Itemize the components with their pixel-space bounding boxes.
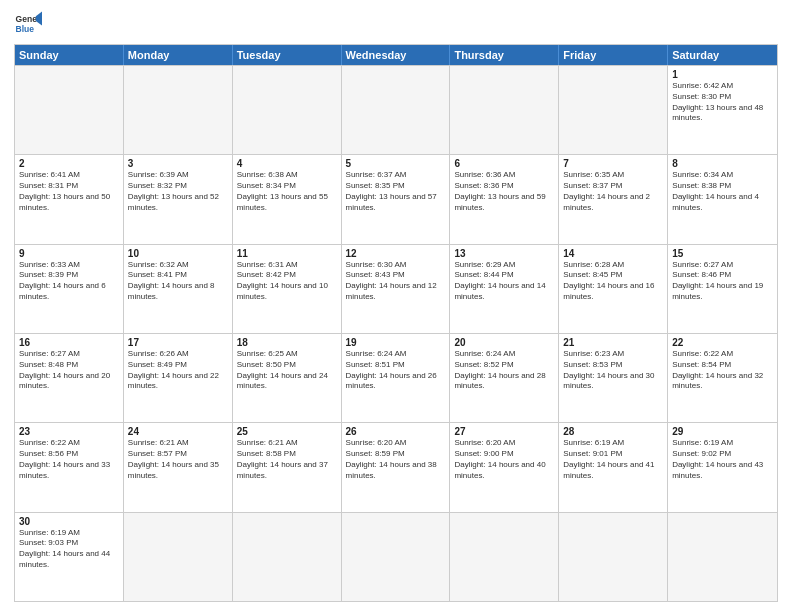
cal-week-0: 1Sunrise: 6:42 AM Sunset: 8:30 PM Daylig…	[15, 65, 777, 154]
cell-text: Sunrise: 6:20 AM Sunset: 9:00 PM Dayligh…	[454, 438, 554, 481]
cal-cell: 5Sunrise: 6:37 AM Sunset: 8:35 PM Daylig…	[342, 155, 451, 243]
day-number: 13	[454, 248, 554, 259]
cal-cell: 4Sunrise: 6:38 AM Sunset: 8:34 PM Daylig…	[233, 155, 342, 243]
day-number: 1	[672, 69, 773, 80]
day-number: 15	[672, 248, 773, 259]
day-header-tuesday: Tuesday	[233, 45, 342, 65]
day-number: 29	[672, 426, 773, 437]
day-number: 20	[454, 337, 554, 348]
day-number: 11	[237, 248, 337, 259]
cal-cell: 6Sunrise: 6:36 AM Sunset: 8:36 PM Daylig…	[450, 155, 559, 243]
day-number: 12	[346, 248, 446, 259]
day-number: 18	[237, 337, 337, 348]
day-number: 17	[128, 337, 228, 348]
day-number: 21	[563, 337, 663, 348]
cal-week-5: 30Sunrise: 6:19 AM Sunset: 9:03 PM Dayli…	[15, 512, 777, 601]
cal-cell: 18Sunrise: 6:25 AM Sunset: 8:50 PM Dayli…	[233, 334, 342, 422]
cal-cell: 15Sunrise: 6:27 AM Sunset: 8:46 PM Dayli…	[668, 245, 777, 333]
cal-cell: 30Sunrise: 6:19 AM Sunset: 9:03 PM Dayli…	[15, 513, 124, 601]
logo: General Blue	[14, 10, 42, 38]
cell-text: Sunrise: 6:37 AM Sunset: 8:35 PM Dayligh…	[346, 170, 446, 213]
cell-text: Sunrise: 6:42 AM Sunset: 8:30 PM Dayligh…	[672, 81, 773, 124]
cal-cell: 11Sunrise: 6:31 AM Sunset: 8:42 PM Dayli…	[233, 245, 342, 333]
day-number: 8	[672, 158, 773, 169]
cal-cell: 7Sunrise: 6:35 AM Sunset: 8:37 PM Daylig…	[559, 155, 668, 243]
day-header-thursday: Thursday	[450, 45, 559, 65]
cal-cell: 10Sunrise: 6:32 AM Sunset: 8:41 PM Dayli…	[124, 245, 233, 333]
day-number: 24	[128, 426, 228, 437]
cal-cell: 1Sunrise: 6:42 AM Sunset: 8:30 PM Daylig…	[668, 66, 777, 154]
cell-text: Sunrise: 6:22 AM Sunset: 8:54 PM Dayligh…	[672, 349, 773, 392]
cal-cell: 16Sunrise: 6:27 AM Sunset: 8:48 PM Dayli…	[15, 334, 124, 422]
cal-cell	[342, 66, 451, 154]
cal-cell	[450, 513, 559, 601]
day-number: 4	[237, 158, 337, 169]
cal-cell	[668, 513, 777, 601]
generalblue-logo-icon: General Blue	[14, 10, 42, 38]
cell-text: Sunrise: 6:22 AM Sunset: 8:56 PM Dayligh…	[19, 438, 119, 481]
cal-week-1: 2Sunrise: 6:41 AM Sunset: 8:31 PM Daylig…	[15, 154, 777, 243]
cal-cell: 12Sunrise: 6:30 AM Sunset: 8:43 PM Dayli…	[342, 245, 451, 333]
cell-text: Sunrise: 6:27 AM Sunset: 8:46 PM Dayligh…	[672, 260, 773, 303]
day-number: 2	[19, 158, 119, 169]
cell-text: Sunrise: 6:30 AM Sunset: 8:43 PM Dayligh…	[346, 260, 446, 303]
cal-cell: 29Sunrise: 6:19 AM Sunset: 9:02 PM Dayli…	[668, 423, 777, 511]
cell-text: Sunrise: 6:25 AM Sunset: 8:50 PM Dayligh…	[237, 349, 337, 392]
cell-text: Sunrise: 6:20 AM Sunset: 8:59 PM Dayligh…	[346, 438, 446, 481]
cell-text: Sunrise: 6:21 AM Sunset: 8:58 PM Dayligh…	[237, 438, 337, 481]
cal-cell: 13Sunrise: 6:29 AM Sunset: 8:44 PM Dayli…	[450, 245, 559, 333]
cell-text: Sunrise: 6:41 AM Sunset: 8:31 PM Dayligh…	[19, 170, 119, 213]
cal-cell	[233, 513, 342, 601]
day-number: 30	[19, 516, 119, 527]
cal-week-4: 23Sunrise: 6:22 AM Sunset: 8:56 PM Dayli…	[15, 422, 777, 511]
cell-text: Sunrise: 6:29 AM Sunset: 8:44 PM Dayligh…	[454, 260, 554, 303]
cell-text: Sunrise: 6:34 AM Sunset: 8:38 PM Dayligh…	[672, 170, 773, 213]
cal-cell	[559, 66, 668, 154]
day-number: 26	[346, 426, 446, 437]
cal-cell: 9Sunrise: 6:33 AM Sunset: 8:39 PM Daylig…	[15, 245, 124, 333]
day-number: 6	[454, 158, 554, 169]
cal-cell: 19Sunrise: 6:24 AM Sunset: 8:51 PM Dayli…	[342, 334, 451, 422]
cell-text: Sunrise: 6:35 AM Sunset: 8:37 PM Dayligh…	[563, 170, 663, 213]
day-number: 27	[454, 426, 554, 437]
calendar-header: SundayMondayTuesdayWednesdayThursdayFrid…	[15, 45, 777, 65]
cal-cell: 8Sunrise: 6:34 AM Sunset: 8:38 PM Daylig…	[668, 155, 777, 243]
cal-week-3: 16Sunrise: 6:27 AM Sunset: 8:48 PM Dayli…	[15, 333, 777, 422]
day-header-wednesday: Wednesday	[342, 45, 451, 65]
cal-cell	[559, 513, 668, 601]
cal-cell	[124, 66, 233, 154]
cal-cell: 2Sunrise: 6:41 AM Sunset: 8:31 PM Daylig…	[15, 155, 124, 243]
cal-cell: 26Sunrise: 6:20 AM Sunset: 8:59 PM Dayli…	[342, 423, 451, 511]
day-number: 28	[563, 426, 663, 437]
cal-cell	[233, 66, 342, 154]
day-header-sunday: Sunday	[15, 45, 124, 65]
cell-text: Sunrise: 6:38 AM Sunset: 8:34 PM Dayligh…	[237, 170, 337, 213]
cell-text: Sunrise: 6:28 AM Sunset: 8:45 PM Dayligh…	[563, 260, 663, 303]
cell-text: Sunrise: 6:21 AM Sunset: 8:57 PM Dayligh…	[128, 438, 228, 481]
cal-cell: 27Sunrise: 6:20 AM Sunset: 9:00 PM Dayli…	[450, 423, 559, 511]
cal-cell	[450, 66, 559, 154]
day-number: 5	[346, 158, 446, 169]
cell-text: Sunrise: 6:19 AM Sunset: 9:03 PM Dayligh…	[19, 528, 119, 571]
svg-text:Blue: Blue	[16, 24, 35, 34]
day-header-friday: Friday	[559, 45, 668, 65]
cal-cell: 25Sunrise: 6:21 AM Sunset: 8:58 PM Dayli…	[233, 423, 342, 511]
day-number: 19	[346, 337, 446, 348]
cal-cell: 3Sunrise: 6:39 AM Sunset: 8:32 PM Daylig…	[124, 155, 233, 243]
cell-text: Sunrise: 6:19 AM Sunset: 9:02 PM Dayligh…	[672, 438, 773, 481]
cal-week-2: 9Sunrise: 6:33 AM Sunset: 8:39 PM Daylig…	[15, 244, 777, 333]
day-number: 7	[563, 158, 663, 169]
cell-text: Sunrise: 6:27 AM Sunset: 8:48 PM Dayligh…	[19, 349, 119, 392]
cell-text: Sunrise: 6:32 AM Sunset: 8:41 PM Dayligh…	[128, 260, 228, 303]
cal-cell: 22Sunrise: 6:22 AM Sunset: 8:54 PM Dayli…	[668, 334, 777, 422]
day-number: 9	[19, 248, 119, 259]
day-number: 3	[128, 158, 228, 169]
cal-cell: 24Sunrise: 6:21 AM Sunset: 8:57 PM Dayli…	[124, 423, 233, 511]
cal-cell	[15, 66, 124, 154]
cal-cell: 23Sunrise: 6:22 AM Sunset: 8:56 PM Dayli…	[15, 423, 124, 511]
cell-text: Sunrise: 6:19 AM Sunset: 9:01 PM Dayligh…	[563, 438, 663, 481]
calendar-body: 1Sunrise: 6:42 AM Sunset: 8:30 PM Daylig…	[15, 65, 777, 601]
day-number: 22	[672, 337, 773, 348]
cal-cell: 20Sunrise: 6:24 AM Sunset: 8:52 PM Dayli…	[450, 334, 559, 422]
cal-cell	[342, 513, 451, 601]
